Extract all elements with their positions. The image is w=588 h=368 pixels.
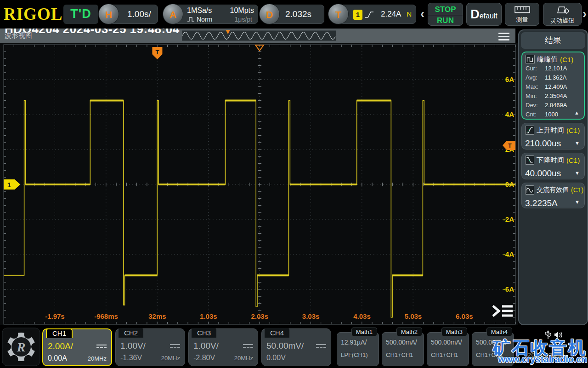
time-per-point: 1μs/pt [235,16,252,23]
measurement-value: 3.2235A [525,198,581,208]
x-axis-tick-label: 6.03s [456,312,473,320]
channel-scale: 50.00mV/ [266,341,304,351]
toolbar-next-chevron[interactable]: › [582,7,587,20]
rise-time-icon [525,126,534,135]
stat-label: Avg: [526,73,545,82]
waveform-display[interactable]: -1.97s-968ms32ms1.03s2.03s3.03s4.03s5.03… [0,43,518,327]
math-expression: LPF(CH1) [341,351,368,358]
svg-text:1: 1 [7,181,11,189]
math-tab[interactable]: Math4 [486,328,512,336]
measurement-card-rise-time[interactable]: 上升时间 (C1) 210.00us ▼ [521,123,585,150]
math-tab[interactable]: Math2 [396,328,422,336]
math-tab[interactable]: Math1 [351,328,377,336]
measurement-card-peak-to-peak[interactable]: 峰峰值 (C1) Cur:12.101A Avg:11.362A Max:12.… [521,52,585,120]
expand-stats-icon[interactable]: ▼ [575,170,580,176]
channel-tab[interactable]: CH3 [192,328,216,338]
math-card-math1[interactable]: Math1 12.91µA/ LPF(CH1) [337,332,379,366]
math-scale: 500.00mA/ [386,339,417,346]
delay-knob[interactable]: D [259,4,280,24]
stat-value: 1000 [545,110,558,119]
math-tab[interactable]: Math3 [441,328,467,336]
dc-coupling-icon [243,344,253,348]
waveform-menu-icon[interactable] [498,33,509,40]
channel-bandwidth: 20MHz [234,355,253,362]
toolbar-prev-chevron[interactable]: ‹ [420,7,424,20]
card-title: 上升时间 [537,126,564,135]
run-label: RUN [428,15,463,26]
stat-value: 12.101A [545,64,567,73]
channel-offset: -1.36V [120,354,142,362]
card-title: 交流有效值 [537,186,569,194]
stat-label: Max: [526,82,545,92]
stat-label: Cnt: [526,110,545,119]
x-axis-tick-label: 1.03s [200,312,217,320]
pulse-icon [187,17,195,22]
trigger-level-value: 2.24A [381,10,401,19]
channel-card-ch3[interactable]: CH3 1.00V/ -2.80V 20MHz [188,328,258,366]
expand-stats-icon[interactable]: ▼ [575,140,580,146]
acquisition-knob-label: A [170,9,176,20]
channel-bandwidth: 20MHz [161,355,180,362]
results-panel-header: 结果 [521,32,585,49]
sample-rate: 1MSa/s [187,6,212,15]
trigger-source-chip: 1 [353,10,362,20]
channel-offset: 0.00V [266,354,286,362]
math-scale: 500.00mA/ [431,339,462,346]
card-title: 下降时间 [537,156,564,165]
watermark-site-url: www.crystalradio.cn [498,354,587,365]
channel-card-ch1[interactable]: CH1 2.00A/ 0.00A 20MHz [42,328,112,366]
x-axis-tick-label: 32ms [148,312,166,320]
svg-text:T: T [155,49,159,56]
svg-text:R: R [17,340,26,354]
default-label-initial: D [470,7,480,21]
channel-tab[interactable]: CH2 [119,328,143,338]
delay-value: 2.032s [285,9,311,19]
measurement-card-fall-time[interactable]: 下降时间 (C1) 40.000us ▼ [521,153,585,179]
acquisition-box[interactable]: 1MSa/s 10Mpts Norm 1μs/pt [173,5,258,24]
trigger-box[interactable]: 1 2.24A N [338,5,416,24]
channel-card-ch4[interactable]: CH4 50.00mV/ 0.00V [261,328,331,366]
math-scale: 12.91µA/ [341,339,367,346]
stat-label: Dev: [526,101,545,110]
acquire-mode: Norm [187,16,212,23]
measurement-value: 40.000us [525,168,581,178]
stop-label: STOP [435,5,456,14]
default-button[interactable]: Default [466,3,502,26]
stat-value: 12.409A [545,82,567,92]
rigol-gear-logo: R [2,328,40,366]
card-title: 峰峰值 [537,55,558,64]
acquisition-preview-strip[interactable]: ▼ [182,30,336,41]
measurement-card-ac-rms[interactable]: 交流有效值 (C1) 3.2235A ▼ [521,183,585,208]
results-panel: 结果 峰峰值 (C1) Cur:12.101A Avg:11.362A Max:… [518,29,588,325]
stat-value: 2.3504A [545,92,567,101]
collapse-stats-icon[interactable]: ▲ [574,110,579,115]
measure-label: 测量 [505,16,539,24]
math-expression: CH1+CH1 [386,351,413,358]
preview-trigger-marker-icon[interactable]: ▼ [225,28,232,35]
stop-run-button[interactable]: STOP RUN [428,3,463,26]
oscilloscope-screen: RIGOL T'D 1.00s/ H 1MSa/s 10Mpts Norm 1μ… [0,0,588,368]
math-card-math2[interactable]: Math2 500.00mA/ CH1+CH1 [382,332,424,366]
memory-depth: 10Mpts [230,6,254,15]
trigger-noise-flag: N [407,10,412,18]
horizontal-knob[interactable]: H [98,4,119,24]
flex-knob-button[interactable]: 灵动旋钮 [543,3,582,26]
flex-knob-label: 灵动旋钮 [543,17,581,25]
trigger-knob-label: T [335,9,341,20]
y-axis-tick-label: 4A [505,110,514,118]
measure-button[interactable]: 测量 [505,3,539,26]
channel-tab[interactable]: CH4 [265,328,289,338]
x-axis-tick-label: -1.97s [45,312,65,320]
fall-time-icon [525,155,534,165]
trigger-knob[interactable]: T [328,4,349,24]
horizontal-scale-value: 1.00s/ [127,9,151,19]
channel-card-ch2[interactable]: CH2 1.00V/ -1.36V 20MHz [115,328,185,366]
acquisition-knob[interactable]: A [163,4,183,24]
expand-stats-icon[interactable]: ▼ [575,199,580,205]
channel-scale: 2.00A/ [48,341,73,351]
rigol-logo: RIGOL [4,6,62,23]
channel-scale: 1.00V/ [193,341,219,351]
math-card-math3[interactable]: Math3 500.00mA/ CH1+CH1 [427,332,469,366]
channel-tab[interactable]: CH1 [46,328,73,338]
preview-waveform [182,31,336,40]
